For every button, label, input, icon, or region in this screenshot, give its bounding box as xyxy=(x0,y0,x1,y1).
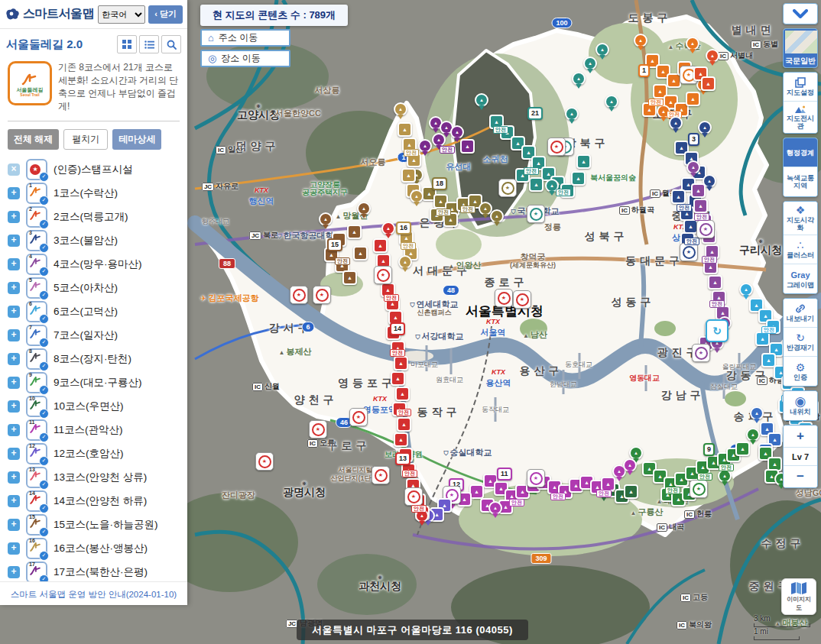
safety-tag-marker[interactable]: 안전 xyxy=(384,294,399,302)
pin-marker[interactable]: ▲ xyxy=(357,202,371,215)
collapse-panel-button[interactable] xyxy=(784,4,817,24)
basemap-selector[interactable]: 국문일반 xyxy=(783,28,818,68)
auth-button[interactable]: ⚙ 인증 xyxy=(784,357,817,386)
poi-marker[interactable]: ▲ xyxy=(686,92,700,106)
goto-address-button[interactable]: ⌂ 주소 이동 xyxy=(200,29,290,47)
poi-marker[interactable]: ▲ xyxy=(460,139,475,154)
course-number-marker[interactable]: 16 xyxy=(396,222,411,235)
pin-marker[interactable]: ▲ xyxy=(319,212,333,226)
add-toggle-icon[interactable]: + xyxy=(8,471,20,484)
cluster-button[interactable]: ∴ 클러스터 xyxy=(784,235,817,264)
search-button[interactable] xyxy=(161,35,181,53)
safety-tag-marker[interactable]: 안전 xyxy=(677,204,692,212)
poi-marker[interactable]: ▲ xyxy=(342,270,357,285)
green-transport-zone-button[interactable]: 녹색교통지역 xyxy=(784,167,817,196)
safety-tag-marker[interactable]: 안전 xyxy=(401,242,416,250)
poi-marker[interactable]: ▲ xyxy=(397,417,411,432)
pin-marker[interactable]: ▲ xyxy=(410,189,423,203)
stamp-marker[interactable]: ★ xyxy=(527,469,545,487)
safety-tag-marker[interactable]: 안전 xyxy=(402,470,417,477)
safety-tag-marker[interactable]: 안전 xyxy=(697,473,712,481)
course-number-marker[interactable]: 3 xyxy=(688,133,699,146)
poi-marker[interactable]: ▲ xyxy=(735,442,750,456)
safety-tag-marker[interactable]: 안전 xyxy=(493,126,508,134)
goto-place-button[interactable]: ◎ 장소 이동 xyxy=(200,50,290,67)
add-toggle-icon[interactable]: + xyxy=(8,235,20,247)
poi-marker[interactable]: ▲ xyxy=(701,76,716,91)
add-toggle-icon[interactable]: + xyxy=(8,424,20,436)
poi-marker[interactable]: ▲ xyxy=(529,177,544,192)
add-toggle-icon[interactable]: + xyxy=(8,519,20,531)
add-toggle-icon[interactable]: + xyxy=(8,258,20,270)
poi-marker[interactable]: ▲ xyxy=(624,484,638,499)
pin-marker[interactable]: ▲ xyxy=(488,501,502,515)
course-item[interactable]: +9✓9코스(대모·구룡산) xyxy=(8,371,187,394)
pin-marker[interactable]: ▲ xyxy=(490,209,504,223)
safety-tag-marker[interactable]: 안전 xyxy=(556,189,571,196)
safety-tag-marker[interactable]: 안전 xyxy=(719,464,734,471)
map-settings-button[interactable]: 지도설정 xyxy=(784,73,817,102)
image-map-button[interactable]: 이미지지도 xyxy=(781,578,816,615)
course-item[interactable]: +11✓11코스(관악산) xyxy=(8,418,187,442)
poi-marker[interactable]: ▲ xyxy=(353,246,368,261)
pin-marker[interactable]: ▲ xyxy=(565,107,579,121)
course-number-marker[interactable]: 14 xyxy=(390,322,405,335)
safety-tag-marker[interactable]: 안전 xyxy=(702,256,717,264)
course-number-marker[interactable]: 13 xyxy=(395,452,411,465)
stamp-marker[interactable]: ★ xyxy=(680,243,698,261)
course-item[interactable]: +1✓1코스(수락산) xyxy=(8,181,187,205)
add-toggle-icon[interactable]: + xyxy=(8,448,20,460)
pin-marker[interactable]: ▲ xyxy=(698,121,712,134)
poi-marker[interactable]: ▲ xyxy=(708,275,722,290)
safety-tag-marker[interactable]: 안전 xyxy=(694,213,709,221)
poi-marker[interactable]: ▲ xyxy=(693,199,708,213)
stamp-marker[interactable]: ★ xyxy=(690,480,708,498)
pin-marker[interactable]: ▲ xyxy=(572,72,586,86)
course-item[interactable]: +3✓3코스(불암산) xyxy=(8,228,187,252)
course-item[interactable]: ×★✓(인증)스탬프시설 xyxy=(8,157,187,181)
pin-marker[interactable]: ▲ xyxy=(750,406,764,420)
safety-tag-marker[interactable]: 안전 xyxy=(761,326,777,334)
pin-marker[interactable]: ▲ xyxy=(686,37,699,50)
zoom-out-button[interactable]: − xyxy=(784,466,817,487)
pin-marker[interactable]: ▲ xyxy=(398,255,412,269)
course-item[interactable]: +14✓14코스(안양천 하류) xyxy=(8,489,187,513)
zoom-in-button[interactable]: + xyxy=(784,426,817,448)
poi-marker[interactable]: ▲ xyxy=(401,168,416,183)
course-item[interactable]: +15✓15코스(노을·하늘공원) xyxy=(8,513,187,536)
pin-marker[interactable]: ▲ xyxy=(583,57,597,70)
pin-marker[interactable]: ▲ xyxy=(746,428,760,442)
pin-marker[interactable]: ▲ xyxy=(623,458,637,472)
safety-tag-marker[interactable]: 안전 xyxy=(396,409,411,416)
add-toggle-icon[interactable]: + xyxy=(8,377,20,389)
pin-marker[interactable]: ▲ xyxy=(418,139,432,153)
add-toggle-icon[interactable]: + xyxy=(8,400,20,413)
poi-marker[interactable]: ▲ xyxy=(394,432,408,447)
safety-tag-marker[interactable]: 안전 xyxy=(524,167,539,175)
course-item[interactable]: +17✓17코스(북한산·은평) xyxy=(8,560,187,581)
stamp-marker[interactable]: ★ xyxy=(404,487,423,506)
pin-marker[interactable]: ▲ xyxy=(432,133,446,147)
poi-marker[interactable]: ▲ xyxy=(394,356,408,371)
pin-marker[interactable]: ▲ xyxy=(381,222,395,235)
poi-marker[interactable]: ▲ xyxy=(691,183,706,198)
pin-marker[interactable]: ▲ xyxy=(605,95,618,108)
grid-view-button[interactable] xyxy=(117,35,137,53)
poi-marker[interactable]: ▲ xyxy=(347,225,362,239)
stamp-marker[interactable]: ★ xyxy=(527,205,545,223)
stamp-marker[interactable]: ★ xyxy=(498,179,517,197)
stamp-marker[interactable]: ★ xyxy=(255,452,274,471)
course-item[interactable]: +2✓2코스(덕릉고개) xyxy=(8,205,187,228)
remove-toggle-icon[interactable]: × xyxy=(8,163,20,176)
course-number-marker[interactable]: 11 xyxy=(497,468,512,481)
course-number-marker[interactable]: 1 xyxy=(638,64,650,77)
safety-tag-marker[interactable]: 안전 xyxy=(684,238,699,245)
course-number-marker[interactable]: 18 xyxy=(432,177,447,190)
add-toggle-icon[interactable]: + xyxy=(8,306,20,318)
poi-marker[interactable]: ▲ xyxy=(761,353,776,367)
stamp-marker[interactable]: ★ xyxy=(495,289,513,307)
cluster-marker[interactable]: ↻ xyxy=(706,319,729,342)
stamp-marker[interactable]: ★ xyxy=(374,266,392,284)
course-item[interactable]: +12✓12코스(호암산) xyxy=(8,442,187,465)
safety-tag-marker[interactable]: 안전 xyxy=(404,149,419,157)
